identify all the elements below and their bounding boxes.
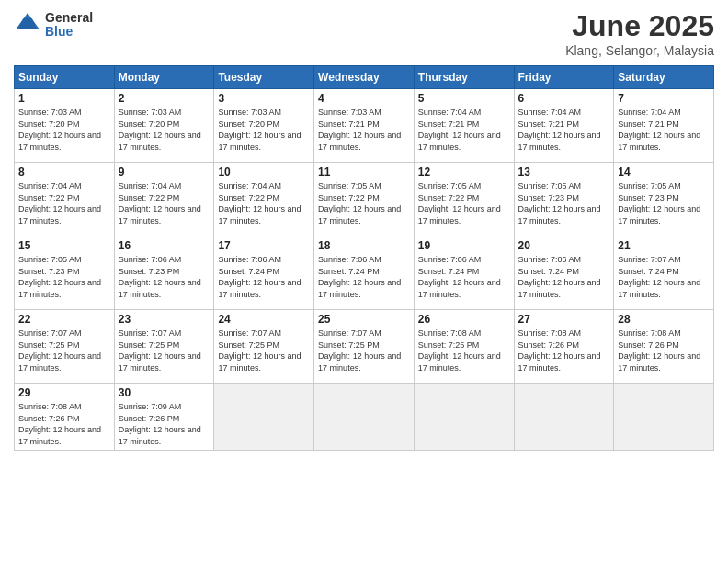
day-cell: 21 Sunrise: 7:07 AM Sunset: 7:24 PM Dayl…: [614, 236, 714, 310]
day-cell: 30 Sunrise: 7:09 AM Sunset: 7:26 PM Dayl…: [114, 384, 214, 451]
day-cell: 20 Sunrise: 7:06 AM Sunset: 7:24 PM Dayl…: [514, 236, 614, 310]
day-number: 26: [418, 313, 510, 326]
day-info: Sunrise: 7:05 AM Sunset: 7:23 PM Dayligh…: [18, 254, 110, 300]
day-cell: 1 Sunrise: 7:03 AM Sunset: 7:20 PM Dayli…: [15, 89, 115, 163]
day-info: Sunrise: 7:04 AM Sunset: 7:22 PM Dayligh…: [119, 180, 210, 226]
day-cell: [614, 384, 714, 451]
day-cell: 12 Sunrise: 7:05 AM Sunset: 7:22 PM Dayl…: [414, 163, 514, 236]
day-number: 1: [18, 92, 110, 105]
day-cell: 28 Sunrise: 7:08 AM Sunset: 7:26 PM Dayl…: [614, 310, 714, 384]
day-cell: [214, 384, 314, 451]
day-cell: 19 Sunrise: 7:06 AM Sunset: 7:24 PM Dayl…: [414, 236, 514, 310]
day-info: Sunrise: 7:05 AM Sunset: 7:22 PM Dayligh…: [318, 180, 410, 226]
day-number: 3: [218, 92, 310, 105]
header-wednesday: Wednesday: [314, 66, 415, 89]
day-number: 21: [618, 239, 710, 252]
day-number: 25: [318, 313, 410, 326]
day-number: 18: [318, 239, 410, 252]
day-info: Sunrise: 7:04 AM Sunset: 7:22 PM Dayligh…: [18, 180, 110, 226]
day-cell: 26 Sunrise: 7:08 AM Sunset: 7:25 PM Dayl…: [414, 310, 514, 384]
day-info: Sunrise: 7:06 AM Sunset: 7:24 PM Dayligh…: [418, 254, 510, 300]
day-info: Sunrise: 7:07 AM Sunset: 7:25 PM Dayligh…: [18, 327, 110, 373]
day-number: 17: [218, 239, 310, 252]
day-cell: 29 Sunrise: 7:08 AM Sunset: 7:26 PM Dayl…: [15, 384, 115, 451]
day-number: 8: [18, 166, 110, 178]
day-info: Sunrise: 7:05 AM Sunset: 7:23 PM Dayligh…: [618, 180, 710, 226]
day-cell: [314, 384, 415, 451]
day-cell: 17 Sunrise: 7:06 AM Sunset: 7:24 PM Dayl…: [214, 236, 314, 310]
day-cell: 18 Sunrise: 7:06 AM Sunset: 7:24 PM Dayl…: [314, 236, 415, 310]
header-row: SundayMondayTuesdayWednesdayThursdayFrid…: [15, 66, 714, 89]
day-number: 14: [618, 166, 710, 178]
day-number: 27: [518, 313, 610, 326]
week-row-1: 8 Sunrise: 7:04 AM Sunset: 7:22 PM Dayli…: [15, 163, 714, 236]
day-cell: 22 Sunrise: 7:07 AM Sunset: 7:25 PM Dayl…: [15, 310, 115, 384]
day-cell: 7 Sunrise: 7:04 AM Sunset: 7:21 PM Dayli…: [614, 89, 714, 163]
week-row-0: 1 Sunrise: 7:03 AM Sunset: 7:20 PM Dayli…: [15, 89, 714, 163]
day-number: 29: [18, 386, 110, 399]
day-number: 22: [18, 313, 110, 326]
day-cell: 6 Sunrise: 7:04 AM Sunset: 7:21 PM Dayli…: [514, 89, 614, 163]
day-number: 6: [518, 92, 610, 105]
week-row-4: 29 Sunrise: 7:08 AM Sunset: 7:26 PM Dayl…: [15, 384, 714, 451]
day-number: 24: [218, 313, 310, 326]
header-sunday: Sunday: [15, 66, 115, 89]
day-info: Sunrise: 7:04 AM Sunset: 7:21 PM Dayligh…: [618, 107, 710, 153]
day-cell: 13 Sunrise: 7:05 AM Sunset: 7:23 PM Dayl…: [514, 163, 614, 236]
day-info: Sunrise: 7:03 AM Sunset: 7:20 PM Dayligh…: [119, 107, 210, 153]
svg-marker-1: [18, 18, 37, 29]
header-monday: Monday: [114, 66, 214, 89]
day-info: Sunrise: 7:03 AM Sunset: 7:20 PM Dayligh…: [18, 107, 110, 153]
day-info: Sunrise: 7:09 AM Sunset: 7:26 PM Dayligh…: [119, 401, 210, 447]
day-info: Sunrise: 7:04 AM Sunset: 7:22 PM Dayligh…: [218, 180, 310, 226]
day-cell: 3 Sunrise: 7:03 AM Sunset: 7:20 PM Dayli…: [214, 89, 314, 163]
day-info: Sunrise: 7:07 AM Sunset: 7:25 PM Dayligh…: [119, 327, 210, 373]
day-cell: 14 Sunrise: 7:05 AM Sunset: 7:23 PM Dayl…: [614, 163, 714, 236]
day-number: 13: [518, 166, 610, 178]
day-info: Sunrise: 7:06 AM Sunset: 7:24 PM Dayligh…: [218, 254, 310, 300]
day-number: 16: [119, 239, 210, 252]
day-cell: 9 Sunrise: 7:04 AM Sunset: 7:22 PM Dayli…: [114, 163, 214, 236]
calendar-header: SundayMondayTuesdayWednesdayThursdayFrid…: [15, 66, 714, 89]
day-info: Sunrise: 7:05 AM Sunset: 7:23 PM Dayligh…: [518, 180, 610, 226]
day-number: 15: [18, 239, 110, 252]
day-number: 12: [418, 166, 510, 178]
header-thursday: Thursday: [414, 66, 514, 89]
header-tuesday: Tuesday: [214, 66, 314, 89]
calendar-subtitle: Klang, Selangor, Malaysia: [565, 43, 714, 58]
calendar-table: SundayMondayTuesdayWednesdayThursdayFrid…: [14, 65, 714, 451]
header: General Blue June 2025 Klang, Selangor, …: [14, 9, 714, 58]
day-number: 19: [418, 239, 510, 252]
day-number: 5: [418, 92, 510, 105]
day-cell: 25 Sunrise: 7:07 AM Sunset: 7:25 PM Dayl…: [314, 310, 415, 384]
calendar-body: 1 Sunrise: 7:03 AM Sunset: 7:20 PM Dayli…: [15, 89, 714, 451]
day-number: 10: [218, 166, 310, 178]
day-info: Sunrise: 7:07 AM Sunset: 7:25 PM Dayligh…: [318, 327, 410, 373]
day-number: 30: [119, 386, 210, 399]
day-cell: 5 Sunrise: 7:04 AM Sunset: 7:21 PM Dayli…: [414, 89, 514, 163]
logo: General Blue: [14, 9, 93, 40]
week-row-3: 22 Sunrise: 7:07 AM Sunset: 7:25 PM Dayl…: [15, 310, 714, 384]
day-cell: 2 Sunrise: 7:03 AM Sunset: 7:20 PM Dayli…: [114, 89, 214, 163]
day-number: 9: [119, 166, 210, 178]
day-cell: [514, 384, 614, 451]
logo-icon: [14, 9, 41, 37]
day-number: 4: [318, 92, 410, 105]
header-saturday: Saturday: [614, 66, 714, 89]
day-number: 2: [119, 92, 210, 105]
week-row-2: 15 Sunrise: 7:05 AM Sunset: 7:23 PM Dayl…: [15, 236, 714, 310]
day-info: Sunrise: 7:07 AM Sunset: 7:24 PM Dayligh…: [618, 254, 710, 300]
day-cell: 11 Sunrise: 7:05 AM Sunset: 7:22 PM Dayl…: [314, 163, 415, 236]
day-info: Sunrise: 7:08 AM Sunset: 7:26 PM Dayligh…: [618, 327, 710, 373]
day-cell: 15 Sunrise: 7:05 AM Sunset: 7:23 PM Dayl…: [15, 236, 115, 310]
day-info: Sunrise: 7:06 AM Sunset: 7:24 PM Dayligh…: [518, 254, 610, 300]
day-info: Sunrise: 7:03 AM Sunset: 7:21 PM Dayligh…: [318, 107, 410, 153]
day-info: Sunrise: 7:07 AM Sunset: 7:25 PM Dayligh…: [218, 327, 310, 373]
day-cell: 4 Sunrise: 7:03 AM Sunset: 7:21 PM Dayli…: [314, 89, 415, 163]
day-info: Sunrise: 7:03 AM Sunset: 7:20 PM Dayligh…: [218, 107, 310, 153]
day-number: 23: [119, 313, 210, 326]
day-info: Sunrise: 7:04 AM Sunset: 7:21 PM Dayligh…: [518, 107, 610, 153]
day-info: Sunrise: 7:06 AM Sunset: 7:23 PM Dayligh…: [119, 254, 210, 300]
day-number: 28: [618, 313, 710, 326]
day-cell: 27 Sunrise: 7:08 AM Sunset: 7:26 PM Dayl…: [514, 310, 614, 384]
